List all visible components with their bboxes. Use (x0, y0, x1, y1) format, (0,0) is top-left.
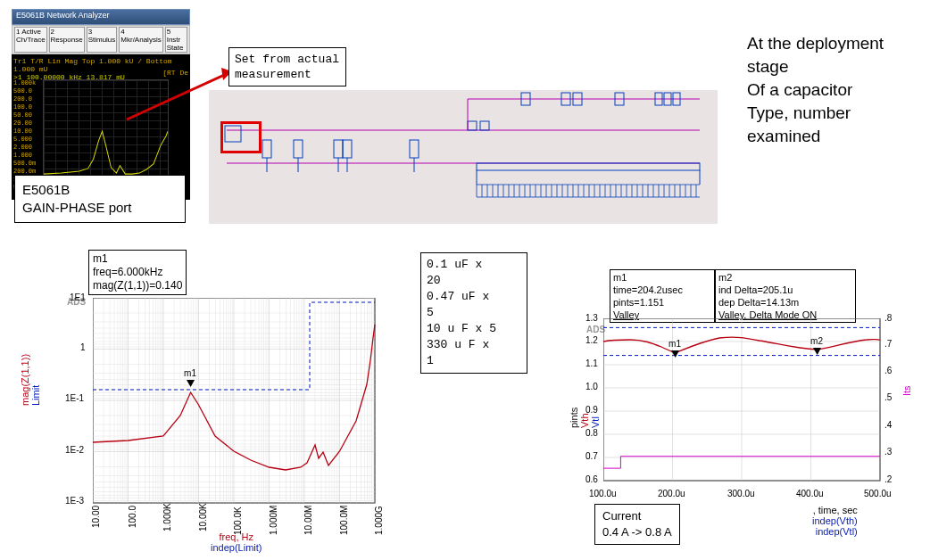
current-l1: Current (602, 508, 672, 524)
analyzer-rt: [RT De (162, 69, 188, 77)
svg-text:m1: m1 (184, 368, 196, 378)
svg-marker-60 (813, 348, 821, 355)
plotL-ylabel: mag(Z(1,1)) Limit (20, 354, 41, 406)
plotR-yr-6: .8 (884, 313, 892, 323)
plotL-xtick-2: 1.000K (162, 503, 172, 531)
plotR-m2-l3: dep Delta=14.13m (718, 296, 852, 309)
plotL-ytick-1: 1E-2 (65, 445, 84, 455)
annotation-l4: Type, number (747, 102, 884, 125)
recipe-l3: 0.47 uF x (427, 289, 521, 305)
plotL-marker-l2: freq=6.000kHz (93, 266, 182, 279)
current-l2: 0.4 A -> 0.8 A (602, 524, 672, 540)
plotL-xlabel: freq, Hz indep(Limit) (211, 531, 262, 553)
analyzer-titlebar: E5061B Network Analyzer (12, 9, 190, 25)
plotR-yr-3: .5 (884, 392, 892, 402)
plotL-xtick-1: 100.0 (128, 506, 137, 528)
plotL-ytick-2: 1E-1 (65, 393, 84, 403)
svg-rect-4 (294, 140, 303, 158)
callout-measurement: Set from actual measurement (228, 47, 346, 86)
svg-rect-3 (262, 140, 271, 158)
analyzer-menubar: 1 Active Ch/Trace 2 Response 3 Stimulus … (12, 25, 190, 54)
plotR-yl-7: 1.3 (585, 313, 598, 323)
svg-rect-9 (480, 121, 489, 130)
analyzer-window: E5061B Network Analyzer 1 Active Ch/Trac… (12, 9, 190, 200)
e5061b-l2: GAIN-PHASE port (22, 199, 178, 217)
plotL-xtick-0: 10.00 (91, 506, 101, 528)
svg-rect-7 (410, 140, 419, 158)
plotR-marker2-box: m2 ind Delta=205.1u dep Delta=14.13m Val… (715, 269, 856, 323)
plotR-yl-4: 1.0 (585, 382, 598, 391)
recipe-l2: 20 (427, 273, 521, 289)
annotation-l5: examined (747, 125, 884, 148)
annotation-l1: At the deployment (747, 32, 884, 55)
plotR-ylabel-left: pints Vth Vtl (569, 408, 601, 428)
plotL-marker-icon: m1 (184, 368, 196, 387)
plot-transient: m1 m2 (603, 318, 889, 488)
plot-impedance: m1 (93, 298, 383, 516)
plotR-ylabel-right: Its (901, 385, 912, 396)
plotR-m1-l2: time=204.2usec (613, 284, 711, 296)
plotR-m1-name: m1 (613, 271, 711, 284)
e5061b-box: E5061B GAIN-PHASE port (14, 175, 186, 223)
plotR-yl-0: 0.6 (585, 474, 598, 484)
menu-mkr: 4 Mkr/Analysis (119, 27, 162, 53)
plotL-marker-name: m1 (93, 252, 182, 266)
plotR-yr-0: .2 (884, 474, 892, 484)
menu-stimulus: 3 Stimulus (87, 27, 118, 53)
plotL-marker-box: m1 freq=6.000kHz mag(Z(1,1))=0.140 (88, 250, 187, 295)
ads-label-right: ADS (586, 325, 605, 334)
recipe-l1: 0.1 uF x (427, 257, 521, 273)
cap-recipe-box: 0.1 uF x 20 0.47 uF x 5 10 u F x 5 330 u… (420, 252, 527, 374)
plotL-ytick-4: 1E1 (70, 292, 86, 302)
menu-active-ch: 1 Active Ch/Trace (14, 27, 47, 53)
svg-rect-5 (334, 140, 343, 158)
plotL-ytick-0: 1E-3 (65, 496, 84, 506)
plotR-yl-5: 1.1 (585, 358, 598, 368)
plotL-xtick-5: 1.000M (269, 506, 278, 535)
e5061b-l1: E5061B (22, 181, 178, 199)
schematic-highlight-box (220, 121, 262, 153)
plotR-yl-1: 0.7 (585, 451, 598, 461)
plotR-yr-5: .7 (884, 339, 892, 349)
plotR-xt-1: 200.0u (658, 489, 685, 498)
plotL-xtick-7: 100.0M (339, 506, 349, 535)
plotR-yl-6: 1.2 (585, 335, 598, 345)
plotL-marker-l3: mag(Z(1,1))=0.140 (93, 279, 182, 292)
plotL-xtick-6: 10.00M (303, 506, 313, 535)
plotR-marker1-box: m1 time=204.2usec pints=1.151 Valley (610, 269, 715, 323)
svg-text:m2: m2 (810, 336, 823, 346)
annotation-right: At the deployment stage Of a capacitor T… (747, 32, 884, 148)
plotR-xt-4: 500.0u (864, 489, 892, 498)
plotR-xlabel: , time, sec indep(Vth) indep(Vtl) (812, 505, 858, 537)
plotR-m2-icon: m2 (810, 336, 823, 355)
annotation-l2: stage (747, 55, 884, 78)
plotR-yr-4: .6 (884, 366, 892, 375)
plotR-m1-l3: pints=1.151 (613, 296, 711, 309)
svg-rect-8 (468, 121, 477, 130)
svg-rect-6 (343, 140, 352, 158)
plotR-xt-3: 400.0u (796, 489, 824, 498)
plotL-xtick-3: 10.00K (198, 503, 208, 531)
plotL-xtick-8: 1.000G (374, 506, 384, 535)
annotation-l3: Of a capacitor (747, 78, 884, 102)
plotR-m1-icon: m1 (668, 339, 681, 358)
plotR-xt-0: 100.0u (589, 489, 617, 498)
plotR-m2-l2: ind Delta=205.1u (718, 284, 852, 296)
menu-response: 2 Response (49, 27, 85, 53)
plotR-yr-1: .3 (884, 447, 892, 457)
recipe-l7: 1 (427, 353, 521, 369)
menu-instr: 5 Instr State (165, 27, 187, 53)
plotR-yr-2: .4 (884, 420, 892, 430)
plotL-ytick-3: 1 (80, 342, 86, 352)
svg-rect-22 (477, 163, 700, 170)
recipe-l4: 5 (427, 305, 521, 321)
schematic-panel (209, 90, 718, 224)
recipe-l6: 330 u F x (427, 337, 521, 353)
plotR-yl-2: 0.8 (585, 428, 598, 438)
svg-text:m1: m1 (668, 339, 681, 349)
plotR-m2-name: m2 (718, 271, 852, 284)
recipe-l5: 10 u F x 5 (427, 321, 521, 337)
current-step-box: Current 0.4 A -> 0.8 A (594, 504, 680, 545)
plotR-xt-2: 300.0u (727, 489, 755, 498)
